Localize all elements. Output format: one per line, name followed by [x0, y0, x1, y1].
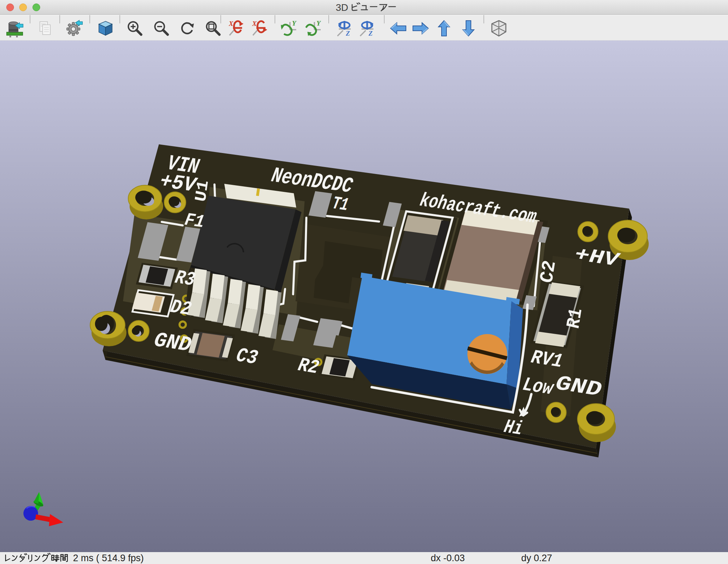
svg-text:Y: Y: [292, 20, 297, 27]
svg-text:X: X: [228, 20, 234, 27]
svg-text:Z: Z: [368, 30, 373, 37]
svg-text:U1: U1: [192, 178, 213, 203]
svg-text:dx -0.03: dx -0.03: [431, 553, 465, 563]
svg-text:Z: Z: [345, 30, 350, 37]
svg-text:X: X: [252, 20, 257, 27]
svg-text:2 ms ( 514.9 fps): 2 ms ( 514.9 fps): [73, 553, 144, 563]
svg-text:dy 0.27: dy 0.27: [521, 553, 552, 563]
svg-text:3D: 3D: [336, 2, 348, 13]
svg-text:Y: Y: [316, 20, 321, 27]
svg-text:C2: C2: [536, 258, 561, 285]
